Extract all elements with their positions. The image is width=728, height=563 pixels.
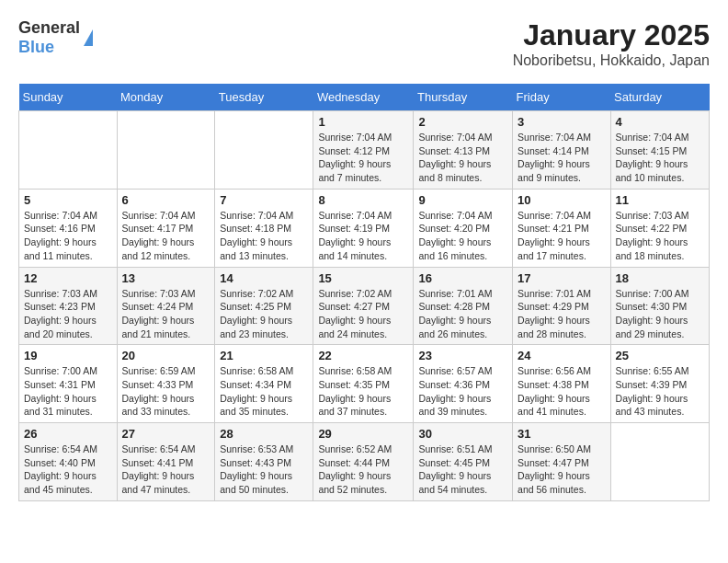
calendar-cell: 29Sunrise: 6:52 AMSunset: 4:44 PMDayligh… [313, 423, 414, 501]
day-info: Sunrise: 6:59 AMSunset: 4:33 PMDaylight:… [122, 364, 210, 419]
calendar-cell: 11Sunrise: 7:03 AMSunset: 4:22 PMDayligh… [610, 189, 709, 267]
logo: General Blue [18, 18, 93, 57]
day-info: Sunrise: 7:03 AMSunset: 4:22 PMDaylight:… [616, 209, 704, 263]
day-info: Sunrise: 7:04 AMSunset: 4:16 PMDaylight:… [24, 209, 112, 263]
calendar-cell: 9Sunrise: 7:04 AMSunset: 4:20 PMDaylight… [414, 189, 513, 267]
calendar-cell [117, 111, 215, 190]
day-number: 14 [220, 271, 308, 285]
day-info: Sunrise: 7:02 AMSunset: 4:25 PMDaylight:… [220, 287, 308, 341]
day-info: Sunrise: 7:00 AMSunset: 4:30 PMDaylight:… [616, 287, 704, 341]
calendar-cell: 22Sunrise: 6:58 AMSunset: 4:35 PMDayligh… [313, 345, 414, 423]
day-number: 24 [518, 349, 606, 362]
day-number: 27 [122, 427, 210, 441]
day-info: Sunrise: 6:52 AMSunset: 4:44 PMDaylight:… [318, 442, 408, 497]
day-info: Sunrise: 7:04 AMSunset: 4:13 PMDaylight:… [418, 131, 507, 185]
calendar-cell: 12Sunrise: 7:03 AMSunset: 4:23 PMDayligh… [19, 267, 118, 345]
day-info: Sunrise: 6:58 AMSunset: 4:34 PMDaylight:… [220, 364, 308, 419]
calendar-cell: 5Sunrise: 7:04 AMSunset: 4:16 PMDaylight… [19, 189, 118, 267]
day-number: 29 [318, 427, 408, 441]
calendar-cell: 24Sunrise: 6:56 AMSunset: 4:38 PMDayligh… [513, 345, 611, 423]
day-number: 23 [418, 349, 507, 362]
day-of-week-header: Friday [513, 84, 611, 111]
day-number: 11 [616, 193, 704, 207]
title-block: January 2025 Noboribetsu, Hokkaido, Japa… [513, 18, 710, 69]
day-number: 3 [518, 115, 606, 129]
day-number: 1 [318, 115, 408, 129]
day-number: 13 [122, 271, 210, 285]
day-info: Sunrise: 7:04 AMSunset: 4:17 PMDaylight:… [122, 209, 210, 263]
calendar-cell: 20Sunrise: 6:59 AMSunset: 4:33 PMDayligh… [117, 345, 215, 423]
calendar-cell: 8Sunrise: 7:04 AMSunset: 4:19 PMDaylight… [313, 189, 414, 267]
day-number: 31 [518, 427, 606, 441]
calendar-cell [610, 423, 709, 501]
day-number: 19 [24, 349, 112, 362]
day-number: 7 [220, 193, 308, 207]
day-info: Sunrise: 7:02 AMSunset: 4:27 PMDaylight:… [318, 287, 408, 341]
calendar-cell: 25Sunrise: 6:55 AMSunset: 4:39 PMDayligh… [610, 345, 709, 423]
calendar-cell: 26Sunrise: 6:54 AMSunset: 4:40 PMDayligh… [19, 423, 118, 501]
day-info: Sunrise: 6:54 AMSunset: 4:40 PMDaylight:… [24, 442, 112, 497]
day-number: 6 [122, 193, 210, 207]
day-number: 2 [418, 115, 507, 129]
calendar-cell: 28Sunrise: 6:53 AMSunset: 4:43 PMDayligh… [215, 423, 313, 501]
day-of-week-header: Wednesday [313, 84, 414, 111]
day-number: 30 [418, 427, 507, 441]
day-info: Sunrise: 6:54 AMSunset: 4:41 PMDaylight:… [122, 442, 210, 497]
calendar-cell: 27Sunrise: 6:54 AMSunset: 4:41 PMDayligh… [117, 423, 215, 501]
calendar-cell: 14Sunrise: 7:02 AMSunset: 4:25 PMDayligh… [215, 267, 313, 345]
calendar-table: SundayMondayTuesdayWednesdayThursdayFrid… [18, 84, 710, 501]
day-of-week-header: Monday [117, 84, 215, 111]
calendar-week-row: 19Sunrise: 7:00 AMSunset: 4:31 PMDayligh… [19, 345, 710, 423]
calendar-cell [19, 111, 118, 190]
day-number: 26 [24, 427, 112, 441]
day-info: Sunrise: 6:50 AMSunset: 4:47 PMDaylight:… [518, 442, 606, 497]
day-info: Sunrise: 7:03 AMSunset: 4:24 PMDaylight:… [122, 287, 210, 341]
logo-general: General [18, 18, 80, 38]
calendar-cell: 1Sunrise: 7:04 AMSunset: 4:12 PMDaylight… [313, 111, 414, 190]
day-number: 18 [616, 271, 704, 285]
logo-text: General Blue [18, 18, 80, 57]
day-number: 10 [518, 193, 606, 207]
calendar-cell: 23Sunrise: 6:57 AMSunset: 4:36 PMDayligh… [414, 345, 513, 423]
page-header: General Blue January 2025 Noboribetsu, H… [18, 18, 710, 69]
day-number: 15 [318, 271, 408, 285]
logo-blue: Blue [18, 38, 80, 57]
calendar-cell: 2Sunrise: 7:04 AMSunset: 4:13 PMDaylight… [414, 111, 513, 190]
calendar-cell: 13Sunrise: 7:03 AMSunset: 4:24 PMDayligh… [117, 267, 215, 345]
day-info: Sunrise: 6:55 AMSunset: 4:39 PMDaylight:… [616, 364, 704, 419]
calendar-cell: 19Sunrise: 7:00 AMSunset: 4:31 PMDayligh… [19, 345, 118, 423]
day-info: Sunrise: 6:56 AMSunset: 4:38 PMDaylight:… [518, 364, 606, 419]
logo-triangle-icon [84, 29, 93, 46]
calendar-cell: 18Sunrise: 7:00 AMSunset: 4:30 PMDayligh… [610, 267, 709, 345]
day-info: Sunrise: 7:04 AMSunset: 4:19 PMDaylight:… [318, 209, 408, 263]
day-info: Sunrise: 7:01 AMSunset: 4:28 PMDaylight:… [418, 287, 507, 341]
day-number: 12 [24, 271, 112, 285]
day-of-week-header: Sunday [19, 84, 118, 111]
day-number: 25 [616, 349, 704, 362]
calendar-cell: 17Sunrise: 7:01 AMSunset: 4:29 PMDayligh… [513, 267, 611, 345]
day-number: 20 [122, 349, 210, 362]
day-info: Sunrise: 6:53 AMSunset: 4:43 PMDaylight:… [220, 442, 308, 497]
day-info: Sunrise: 7:00 AMSunset: 4:31 PMDaylight:… [24, 364, 112, 419]
day-info: Sunrise: 7:04 AMSunset: 4:14 PMDaylight:… [518, 131, 606, 185]
day-info: Sunrise: 6:58 AMSunset: 4:35 PMDaylight:… [318, 364, 408, 419]
calendar-cell: 15Sunrise: 7:02 AMSunset: 4:27 PMDayligh… [313, 267, 414, 345]
calendar-week-row: 12Sunrise: 7:03 AMSunset: 4:23 PMDayligh… [19, 267, 710, 345]
calendar-cell: 31Sunrise: 6:50 AMSunset: 4:47 PMDayligh… [513, 423, 611, 501]
day-number: 4 [616, 115, 704, 129]
day-of-week-header: Tuesday [215, 84, 313, 111]
day-number: 9 [418, 193, 507, 207]
day-number: 28 [220, 427, 308, 441]
day-info: Sunrise: 7:04 AMSunset: 4:18 PMDaylight:… [220, 209, 308, 263]
day-info: Sunrise: 7:04 AMSunset: 4:20 PMDaylight:… [418, 209, 507, 263]
calendar-cell: 30Sunrise: 6:51 AMSunset: 4:45 PMDayligh… [414, 423, 513, 501]
calendar-cell: 10Sunrise: 7:04 AMSunset: 4:21 PMDayligh… [513, 189, 611, 267]
day-of-week-header: Saturday [610, 84, 709, 111]
calendar-cell: 3Sunrise: 7:04 AMSunset: 4:14 PMDaylight… [513, 111, 611, 190]
day-info: Sunrise: 7:04 AMSunset: 4:21 PMDaylight:… [518, 209, 606, 263]
day-number: 17 [518, 271, 606, 285]
day-number: 21 [220, 349, 308, 362]
day-info: Sunrise: 7:01 AMSunset: 4:29 PMDaylight:… [518, 287, 606, 341]
day-of-week-header: Thursday [414, 84, 513, 111]
day-info: Sunrise: 6:51 AMSunset: 4:45 PMDaylight:… [418, 442, 507, 497]
